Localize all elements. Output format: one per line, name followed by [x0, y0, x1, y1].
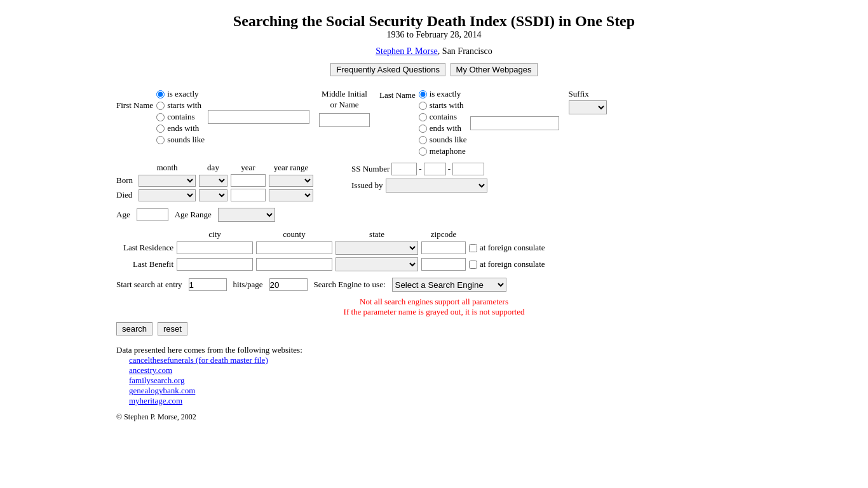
last-benefit-state[interactable]: AlabamaAlaskaArizona CaliforniaNew YorkT… — [336, 257, 418, 271]
fn-ends-with-label: ends with — [167, 123, 199, 133]
last-residence-state[interactable]: AlabamaAlaskaArizona CaliforniaNew YorkT… — [336, 241, 418, 255]
hits-per-page-input[interactable] — [269, 278, 308, 291]
last-benefit-label: Last Benefit — [116, 259, 173, 269]
page-subtitle: 1936 to February 28, 2014 — [13, 30, 855, 40]
suffix-select[interactable]: Jr Sr II III IV — [569, 100, 607, 114]
last-name-label: Last Name — [379, 90, 416, 100]
city-col-label: city — [177, 229, 253, 240]
hits-per-page-label: hits/page — [233, 280, 263, 290]
day-col-label: day — [199, 163, 227, 173]
search-button[interactable]: search — [116, 322, 153, 336]
last-residence-foreign-check[interactable] — [469, 244, 477, 252]
died-yearrange-select[interactable]: ±1±2±5±10 — [269, 189, 313, 201]
ln-starts-with-radio[interactable] — [419, 102, 427, 110]
ln-is-exactly-label: is exactly — [430, 89, 461, 99]
state-col-label: state — [336, 229, 418, 240]
ss-part3-input[interactable] — [452, 163, 484, 175]
fn-starts-with-radio[interactable] — [156, 102, 165, 110]
reset-button[interactable]: reset — [158, 322, 187, 336]
engine-label: Search Engine to use: — [314, 280, 386, 290]
age-range-select[interactable]: ±1±2±5±10 — [218, 208, 275, 222]
footer-link-2[interactable]: familysearch.org — [129, 376, 184, 385]
suffix-label: Suffix — [569, 89, 589, 99]
middle-name-label: Middle Initialor Name — [322, 89, 367, 111]
ln-sounds-like-radio[interactable] — [419, 136, 427, 144]
fn-sounds-like-label: sounds like — [167, 135, 205, 145]
footer-link-0[interactable]: cancelthesefunerals (for death master fi… — [129, 355, 268, 365]
last-name-radio-group: is exactly starts with contains ends wit… — [419, 89, 467, 156]
fn-contains-radio[interactable] — [156, 113, 165, 121]
faq-button[interactable]: Frequently Asked Questions — [330, 63, 445, 76]
age-range-label: Age Range — [175, 210, 212, 220]
author-location: , San Francisco — [438, 46, 492, 56]
ln-contains-label: contains — [430, 112, 457, 122]
footer-links-list: cancelthesefunerals (for death master fi… — [116, 355, 752, 406]
born-month-select[interactable]: JanuaryFebruaryMarch AprilMayJune JulyAu… — [139, 175, 196, 187]
warning-line1: Not all search engines support all param… — [116, 297, 752, 307]
age-label: Age — [116, 210, 130, 220]
born-year-input[interactable] — [231, 174, 266, 187]
footer-data-text: Data presented here comes from the follo… — [116, 345, 752, 355]
year-col-label: year — [231, 163, 266, 173]
ln-sounds-like-label: sounds like — [430, 135, 467, 145]
died-day-select[interactable]: 12345 678910 1112131415 1617181920 21222… — [199, 189, 227, 201]
last-benefit-foreign-label: at foreign consulate — [480, 259, 545, 269]
last-benefit-city[interactable] — [177, 258, 253, 271]
age-input[interactable] — [137, 208, 168, 221]
author-link[interactable]: Stephen P. Morse — [376, 46, 438, 56]
ln-metaphone-label: metaphone — [430, 146, 466, 156]
ln-ends-with-radio[interactable] — [419, 125, 427, 133]
last-residence-county[interactable] — [256, 241, 332, 254]
born-label: Born — [116, 175, 135, 186]
ln-metaphone-radio[interactable] — [419, 147, 427, 156]
first-name-label: First Name — [116, 100, 153, 111]
footer-link-3[interactable]: genealogybank.com — [129, 386, 195, 395]
warning-line2: If the parameter name is grayed out, it … — [116, 307, 752, 317]
first-name-radio-group: is exactly starts with contains ends wit… — [156, 89, 205, 145]
last-residence-city[interactable] — [177, 241, 253, 254]
month-col-label: month — [139, 163, 196, 173]
other-webpages-button[interactable]: My Other Webpages — [451, 63, 538, 76]
first-name-input[interactable] — [208, 110, 309, 124]
ln-is-exactly-radio[interactable] — [419, 90, 427, 98]
page-title: Searching the Social Security Death Inde… — [13, 13, 855, 30]
ss-part1-input[interactable] — [391, 163, 417, 175]
born-day-select[interactable]: 12345 678910 1112131415 1617181920 21222… — [199, 175, 227, 187]
last-residence-zip[interactable] — [421, 241, 466, 254]
footer-link-1[interactable]: ancestry.com — [129, 365, 172, 375]
issued-by-select[interactable]: AlabamaAlaskaArizona CaliforniaNew YorkT… — [386, 179, 487, 193]
county-col-label: county — [256, 229, 332, 240]
died-year-input[interactable] — [231, 189, 266, 201]
issued-by-label: Issued by — [351, 180, 383, 191]
fn-contains-label: contains — [167, 112, 194, 122]
last-benefit-county[interactable] — [256, 258, 332, 271]
last-benefit-zip[interactable] — [421, 258, 466, 271]
fn-ends-with-radio[interactable] — [156, 125, 165, 133]
copyright-text: © Stephen P. Morse, 2002 — [116, 412, 752, 422]
last-residence-label: Last Residence — [116, 243, 173, 253]
zipcode-col-label: zipcode — [421, 229, 466, 240]
ss-part2-input[interactable] — [424, 163, 446, 175]
ln-starts-with-label: starts with — [430, 100, 464, 111]
start-search-label: Start search at entry — [116, 280, 182, 290]
fn-sounds-like-radio[interactable] — [156, 136, 165, 144]
last-benefit-foreign-check[interactable] — [469, 261, 477, 269]
last-name-input[interactable] — [470, 116, 559, 130]
died-label: Died — [116, 190, 135, 200]
born-yearrange-select[interactable]: ±1±2±5±10 — [269, 175, 313, 187]
start-entry-input[interactable] — [189, 278, 227, 291]
yearrange-col-label: year range — [269, 163, 313, 173]
footer-link-4[interactable]: myheritage.com — [129, 396, 182, 405]
died-month-select[interactable]: JanuaryFebruaryMarch AprilMayJune JulyAu… — [139, 189, 196, 201]
middle-name-input[interactable] — [319, 113, 370, 127]
ln-contains-radio[interactable] — [419, 113, 427, 121]
ss-number-label: SS Number — [351, 164, 390, 174]
fn-is-exactly-label: is exactly — [167, 89, 198, 99]
fn-starts-with-label: starts with — [167, 100, 201, 111]
search-engine-select[interactable]: Select a Search Engine ancestry.com fami… — [392, 278, 506, 292]
last-residence-foreign-label: at foreign consulate — [480, 243, 545, 253]
ln-ends-with-label: ends with — [430, 123, 461, 133]
fn-is-exactly-radio[interactable] — [156, 90, 165, 98]
